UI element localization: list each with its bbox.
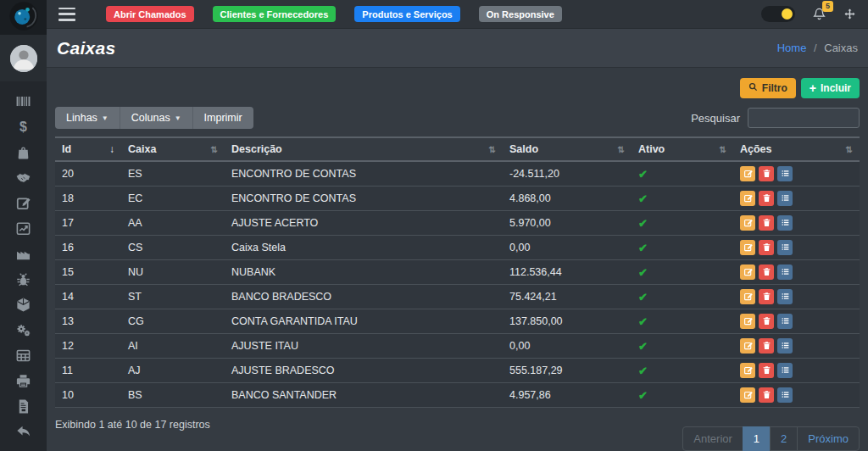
edit-icon <box>743 217 753 230</box>
table-row: 20ESENCONTRO DE CONTAS-24.511,20✔ <box>55 161 860 187</box>
app-logo[interactable] <box>0 0 47 35</box>
edit-button[interactable] <box>740 240 755 255</box>
delete-button[interactable] <box>759 338 774 354</box>
caret-down-icon: ▼ <box>175 114 181 122</box>
pagination-page-2[interactable]: 2 <box>770 426 798 451</box>
row-descricao: ENCONTRO DE CONTAS <box>225 187 503 211</box>
row-ativo: ✔ <box>632 211 733 236</box>
row-descricao: ENCONTRO DE CONTAS <box>225 161 503 187</box>
delete-button[interactable] <box>759 215 774 231</box>
row-caixa: ES <box>121 161 225 187</box>
sidebar-item-table[interactable] <box>14 349 33 365</box>
delete-button[interactable] <box>759 387 774 403</box>
menu-toggle-button[interactable] <box>58 8 75 21</box>
column-header-caixa[interactable]: Caixa⇅ <box>121 137 225 161</box>
edit-button[interactable] <box>740 387 755 403</box>
sidebar-item-shopping-bag[interactable] <box>14 146 33 162</box>
edit-button[interactable] <box>740 215 755 231</box>
row-saldo: 555.187,29 <box>503 359 632 383</box>
pagination-previous[interactable]: Anterior <box>682 426 743 451</box>
user-avatar[interactable] <box>10 45 37 72</box>
delete-button[interactable] <box>759 191 774 206</box>
edit-icon <box>743 242 753 254</box>
sidebar-item-handshake[interactable] <box>14 171 33 187</box>
column-header-saldo[interactable]: Saldo⇅ <box>503 137 632 161</box>
column-header-descricao[interactable]: Descrição⇅ <box>225 137 503 161</box>
edit-button[interactable] <box>740 264 755 280</box>
delete-button[interactable] <box>759 289 774 304</box>
row-acoes <box>733 309 860 334</box>
delete-button[interactable] <box>759 363 774 378</box>
quick-link-on-responsive[interactable]: On Responsive <box>479 6 562 22</box>
details-button[interactable] <box>777 387 793 403</box>
sidebar-item-dollar-sign[interactable]: $ <box>14 120 33 136</box>
sidebar-item-cube[interactable] <box>14 298 33 315</box>
columns-dropdown-button[interactable]: Colunas ▼ <box>120 107 193 129</box>
svg-text:$: $ <box>19 120 27 134</box>
sidebar-item-reply[interactable] <box>14 426 33 442</box>
delete-button[interactable] <box>759 240 774 255</box>
details-button[interactable] <box>777 240 793 255</box>
row-acoes <box>733 334 860 359</box>
edit-button[interactable] <box>740 191 755 206</box>
edit-button[interactable] <box>740 363 755 378</box>
main-area: Abrir ChamadosClientes e FornecedoresPro… <box>47 0 868 451</box>
caret-down-icon: ▼ <box>102 114 108 122</box>
sidebar-item-print[interactable] <box>14 375 33 391</box>
details-button[interactable] <box>777 289 793 304</box>
column-header-acoes[interactable]: Ações⇅ <box>733 137 860 161</box>
delete-button[interactable] <box>759 166 774 181</box>
edit-icon <box>743 192 753 205</box>
quick-links: Abrir ChamadosClientes e FornecedoresPro… <box>106 6 562 22</box>
user-avatar-box <box>0 35 47 81</box>
quick-link-produtos-e-servicos[interactable]: Produtos e Serviços <box>354 6 459 22</box>
breadcrumb-home-link[interactable]: Home <box>777 42 807 54</box>
notifications-button[interactable]: 5 <box>812 7 826 21</box>
column-header-id[interactable]: Id↓ <box>55 137 121 161</box>
edit-button[interactable] <box>740 314 755 329</box>
list-icon <box>781 340 790 353</box>
column-header-ativo[interactable]: Ativo⇅ <box>632 137 733 161</box>
pagination-next[interactable]: Próximo <box>797 426 860 451</box>
details-button[interactable] <box>777 215 793 231</box>
details-button[interactable] <box>777 338 793 354</box>
sidebar-item-chart-line[interactable] <box>14 222 33 238</box>
check-icon: ✔ <box>638 291 648 303</box>
sidebar-item-edit[interactable] <box>14 197 33 213</box>
search-input[interactable] <box>748 108 860 128</box>
filter-button[interactable]: Filtro <box>740 78 796 98</box>
details-button[interactable] <box>777 191 793 206</box>
details-button[interactable] <box>777 264 793 280</box>
edit-button[interactable] <box>740 338 755 354</box>
edit-button[interactable] <box>740 289 755 304</box>
row-ativo: ✔ <box>632 285 733 309</box>
rows-dropdown-button[interactable]: Linhas ▼ <box>55 107 120 129</box>
cogs-icon <box>15 322 31 342</box>
breadcrumb: Home / Caixas <box>777 42 858 54</box>
edit-icon <box>743 266 753 279</box>
sidebar-item-file-invoice[interactable] <box>14 400 33 416</box>
sidebar-item-barcode[interactable] <box>14 95 33 111</box>
delete-button[interactable] <box>759 314 774 329</box>
sidebar-item-bug[interactable] <box>14 273 33 289</box>
details-button[interactable] <box>777 363 793 378</box>
print-button[interactable]: Imprimir <box>193 107 253 129</box>
fullscreen-button[interactable] <box>843 8 856 20</box>
include-button[interactable]: + Incluir <box>801 78 860 98</box>
chart-line-icon <box>15 220 31 240</box>
theme-toggle[interactable] <box>761 6 795 22</box>
quick-link-clientes-e-fornecedores[interactable]: Clientes e Fornecedores <box>213 6 337 22</box>
table-footer: Exibindo 1 até 10 de 17 registros Anteri… <box>55 419 860 451</box>
pagination-page-1[interactable]: 1 <box>743 426 771 451</box>
sidebar-item-cogs[interactable] <box>14 324 33 340</box>
list-icon <box>781 192 790 205</box>
row-saldo: 4.868,00 <box>503 187 632 211</box>
delete-button[interactable] <box>759 264 774 280</box>
quick-link-abrir-chamados[interactable]: Abrir Chamados <box>106 6 194 22</box>
sidebar-menu: $ <box>0 81 47 451</box>
list-icon <box>781 217 790 230</box>
edit-button[interactable] <box>740 166 755 181</box>
sidebar-item-industry[interactable] <box>14 248 33 264</box>
details-button[interactable] <box>777 166 793 181</box>
details-button[interactable] <box>777 314 793 329</box>
